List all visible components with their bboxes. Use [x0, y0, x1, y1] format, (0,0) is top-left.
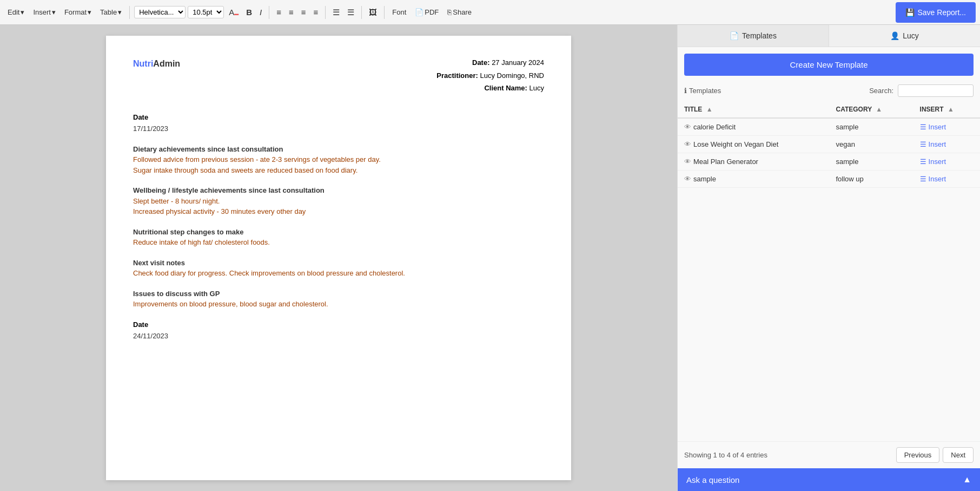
col-insert[interactable]: INSERT ▲ [913, 101, 980, 118]
bold-btn[interactable]: B [243, 5, 255, 19]
separator-5 [384, 6, 385, 19]
font-color-btn[interactable]: A▬ [226, 5, 241, 19]
doc-date: Date: 27 January 2024 [436, 57, 544, 68]
table-header: TITLE ▲ CATEGORY ▲ INSERT ▲ [678, 101, 980, 118]
unordered-list-btn[interactable]: ☰ [330, 5, 342, 19]
pagination-buttons: Previous Next [896, 447, 974, 463]
insert-sort-icon: ▲ [948, 106, 954, 113]
doc-logo: NutriAdmin [133, 57, 180, 96]
insert-button[interactable]: ☰ Insert [920, 158, 946, 166]
col-category[interactable]: CATEGORY ▲ [829, 101, 913, 118]
cell-title: 👁Lose Weight on Vegan Diet [678, 136, 829, 153]
chevron-up-icon: ▲ [963, 475, 971, 485]
pdf-btn[interactable]: 📄 PDF [412, 6, 442, 18]
align-center-btn[interactable]: ≡ [286, 5, 296, 19]
cell-category: sample [829, 153, 913, 171]
insert-button[interactable]: ☰ Insert [920, 140, 946, 148]
tab-lucy[interactable]: 👤 Lucy [829, 25, 980, 47]
section-next-visit: Next visit notes Check food diary for pr… [133, 258, 544, 279]
search-input[interactable] [898, 84, 974, 97]
templates-table: TITLE ▲ CATEGORY ▲ INSERT ▲ [678, 101, 980, 441]
next-button[interactable]: Next [943, 447, 974, 463]
table-row: 👁Meal Plan Generatorsample☰ Insert [678, 153, 980, 171]
align-right-btn[interactable]: ≡ [299, 5, 309, 19]
lucy-tab-icon: 👤 [890, 31, 899, 40]
templates-data-table: TITLE ▲ CATEGORY ▲ INSERT ▲ [678, 101, 980, 188]
section-wellbeing: Wellbeing / lifestyle achievements since… [133, 185, 544, 217]
share-btn[interactable]: ⎘ Share [444, 6, 475, 18]
font-btn[interactable]: Font [389, 6, 409, 18]
main-content: NutriAdmin Date: 27 January 2024 Practit… [0, 25, 980, 491]
pagination: Showing 1 to 4 of 4 entries Previous Nex… [678, 441, 980, 468]
pagination-info: Showing 1 to 4 of 4 entries [684, 451, 767, 459]
right-panel: 📄 Templates 👤 Lucy Create New Template ℹ… [677, 25, 980, 491]
search-label: Search: [869, 87, 893, 95]
cell-title: 👁calorie Deficit [678, 118, 829, 136]
doc-practitioner: Practitioner: Lucy Domingo, RND [436, 70, 544, 81]
cell-category: vegan [829, 136, 913, 153]
table-row: 👁Lose Weight on Vegan Dietvegan☰ Insert [678, 136, 980, 153]
section-issues: Issues to discuss with GP Improvements o… [133, 289, 544, 310]
cell-category: sample [829, 118, 913, 136]
tab-templates[interactable]: 📄 Templates [678, 25, 829, 47]
cell-insert: ☰ Insert [913, 118, 980, 136]
format-menu[interactable]: Format ▾ [61, 6, 95, 18]
separator-4 [361, 6, 362, 19]
edit-menu[interactable]: Edit ▾ [4, 6, 28, 18]
separator-3 [325, 6, 326, 19]
col-title[interactable]: TITLE ▲ [678, 101, 829, 118]
ordered-list-btn[interactable]: ☰ [345, 5, 357, 19]
italic-btn[interactable]: I [257, 5, 264, 19]
insert-menu[interactable]: Insert ▾ [30, 6, 59, 18]
eye-icon[interactable]: 👁 [684, 175, 691, 183]
section-dietary: Dietary achievements since last consulta… [133, 144, 544, 176]
section-date-1: Date 17/11/2023 [133, 112, 544, 134]
document-meta: Date: 27 January 2024 Practitioner: Lucy… [436, 57, 544, 96]
templates-info: ℹ Templates [684, 87, 721, 95]
logo-admin: Admin [153, 59, 180, 68]
cell-insert: ☰ Insert [913, 153, 980, 171]
table-menu[interactable]: Table ▾ [97, 6, 125, 18]
insert-button[interactable]: ☰ Insert [920, 175, 946, 183]
cell-title: 👁sample [678, 171, 829, 188]
section-date-2: Date 24/11/2023 [133, 319, 544, 342]
document: NutriAdmin Date: 27 January 2024 Practit… [106, 36, 571, 480]
category-sort-icon: ▲ [876, 106, 882, 113]
save-report-button[interactable]: 💾 Save Report... [896, 2, 976, 23]
font-size-select[interactable]: 10.5pt [188, 6, 224, 18]
section-nutritional: Nutritional step changes to make Reduce … [133, 227, 544, 248]
align-justify-btn[interactable]: ≡ [311, 5, 321, 19]
font-family-select[interactable]: Helvetica... [134, 6, 186, 18]
doc-client-name: Client Name: Lucy [436, 83, 544, 94]
insert-button[interactable]: ☰ Insert [920, 123, 946, 131]
eye-icon[interactable]: 👁 [684, 123, 691, 131]
align-left-btn[interactable]: ≡ [274, 5, 284, 19]
logo-nutri: Nutri [133, 59, 153, 68]
document-header: NutriAdmin Date: 27 January 2024 Practit… [133, 57, 544, 96]
cell-insert: ☰ Insert [913, 171, 980, 188]
table-body: 👁calorie Deficitsample☰ Insert👁Lose Weig… [678, 118, 980, 188]
cell-insert: ☰ Insert [913, 136, 980, 153]
ask-question-button[interactable]: Ask a question ▲ [678, 468, 980, 491]
table-row: 👁calorie Deficitsample☰ Insert [678, 118, 980, 136]
toolbar: Edit ▾ Insert ▾ Format ▾ Table ▾ Helveti… [0, 0, 980, 25]
templates-search-bar: ℹ Templates Search: [678, 82, 980, 101]
cell-category: follow up [829, 171, 913, 188]
separator-1 [129, 6, 130, 19]
eye-icon[interactable]: 👁 [684, 158, 691, 166]
cell-title: 👁Meal Plan Generator [678, 153, 829, 171]
separator-2 [269, 6, 269, 19]
eye-icon[interactable]: 👁 [684, 140, 691, 148]
editor-area[interactable]: NutriAdmin Date: 27 January 2024 Practit… [0, 25, 677, 491]
templates-tab-icon: 📄 [730, 31, 739, 40]
table-row: 👁samplefollow up☰ Insert [678, 171, 980, 188]
create-new-template-button[interactable]: Create New Template [684, 54, 974, 76]
image-btn[interactable]: 🖼 [366, 5, 380, 19]
title-sort-icon: ▲ [706, 106, 713, 113]
previous-button[interactable]: Previous [896, 447, 940, 463]
panel-tabs: 📄 Templates 👤 Lucy [678, 25, 980, 47]
